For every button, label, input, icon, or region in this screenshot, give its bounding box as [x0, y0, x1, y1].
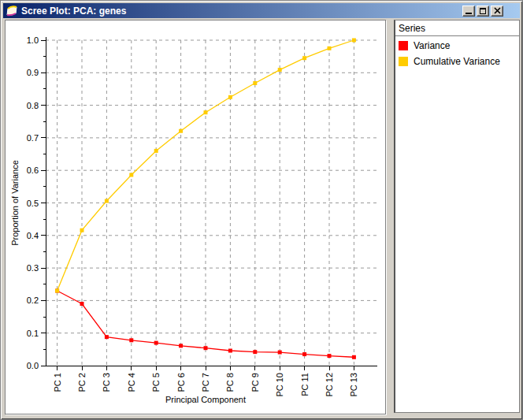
data-point-cumulative-variance — [204, 110, 208, 114]
legend-panel: Series VarianceCumulative Variance — [394, 20, 520, 413]
maximize-icon — [480, 8, 486, 14]
close-icon — [494, 7, 501, 14]
y-tick-label: 0.2 — [27, 295, 39, 305]
close-button[interactable] — [491, 6, 503, 17]
legend-header: Series — [395, 20, 519, 35]
data-point-cumulative-variance — [253, 81, 257, 85]
scree-plot-svg: 0.00.10.20.30.40.50.60.70.80.91.0PC 1PC … — [6, 20, 384, 412]
x-axis-title: Principal Component — [165, 395, 246, 404]
x-tick-label: PC 10 — [275, 373, 284, 397]
data-point-variance — [179, 344, 183, 348]
x-tick-label: PC 4 — [127, 373, 136, 392]
legend-swatch — [399, 57, 408, 66]
legend-swatch — [399, 41, 408, 50]
window-title: Scree Plot: PCA: genes — [21, 6, 126, 17]
data-point-variance — [204, 346, 208, 350]
y-tick-label: 0.7 — [27, 133, 39, 143]
legend-item-variance: Variance — [395, 38, 519, 54]
y-tick-label: 0.3 — [27, 263, 39, 273]
y-tick-label: 0.5 — [27, 199, 39, 208]
y-tick-label: 0.4 — [27, 231, 39, 240]
data-point-variance — [129, 338, 133, 342]
x-tick-label: PC 12 — [325, 373, 334, 397]
data-point-cumulative-variance — [328, 46, 332, 50]
data-point-cumulative-variance — [228, 95, 232, 99]
window: Scree Plot: PCA: genes 0.00.10.20.30.40.… — [0, 0, 523, 420]
data-point-cumulative-variance — [352, 39, 356, 43]
data-point-cumulative-variance — [179, 129, 183, 133]
y-axis-title: Proportion of Variance — [10, 160, 20, 246]
x-tick-label: PC 6 — [176, 373, 186, 392]
maximize-button[interactable] — [477, 6, 489, 17]
series-line-cumulative-variance — [57, 40, 354, 291]
legend-label: Variance — [414, 40, 450, 51]
data-point-variance — [328, 354, 332, 358]
x-tick-label: PC 8 — [225, 373, 235, 392]
data-point-cumulative-variance — [278, 68, 282, 72]
data-point-cumulative-variance — [129, 173, 133, 177]
legend-items: VarianceCumulative Variance — [395, 36, 519, 69]
data-point-variance — [80, 302, 84, 306]
data-point-cumulative-variance — [154, 149, 158, 153]
minimize-button[interactable] — [462, 6, 475, 17]
data-point-variance — [105, 335, 109, 339]
titlebar[interactable]: Scree Plot: PCA: genes — [3, 3, 520, 18]
x-tick-label: PC 2 — [77, 373, 87, 392]
data-point-cumulative-variance — [80, 229, 84, 232]
x-tick-label: PC 5 — [151, 373, 161, 392]
data-point-variance — [154, 341, 158, 345]
x-tick-label: PC 9 — [250, 373, 260, 392]
x-tick-label: PC 11 — [300, 373, 310, 396]
data-point-variance — [278, 351, 282, 355]
y-tick-label: 0.0 — [27, 361, 39, 370]
data-point-cumulative-variance — [302, 56, 306, 60]
y-tick-label: 0.6 — [27, 165, 39, 175]
legend-label: Cumulative Variance — [414, 56, 500, 67]
x-tick-label: PC 7 — [201, 373, 210, 392]
x-tick-label: PC 3 — [102, 373, 111, 392]
app-fan-icon — [6, 5, 18, 17]
x-tick-label: PC 13 — [349, 373, 358, 397]
data-point-cumulative-variance — [55, 289, 59, 293]
data-point-cumulative-variance — [105, 199, 109, 203]
data-point-variance — [228, 349, 232, 353]
y-tick-label: 0.9 — [27, 68, 39, 77]
data-point-variance — [352, 355, 356, 359]
y-tick-label: 0.1 — [27, 329, 39, 338]
y-tick-label: 0.8 — [27, 101, 39, 110]
window-controls — [461, 6, 503, 17]
chart-panel: 0.00.10.20.30.40.50.60.70.80.91.0PC 1PC … — [5, 20, 386, 414]
x-tick-label: PC 1 — [53, 373, 62, 392]
data-point-variance — [253, 350, 257, 354]
legend-item-cumulative-variance: Cumulative Variance — [395, 54, 519, 69]
y-tick-label: 1.0 — [27, 35, 39, 45]
data-point-variance — [302, 352, 306, 356]
minimize-icon — [466, 13, 472, 14]
